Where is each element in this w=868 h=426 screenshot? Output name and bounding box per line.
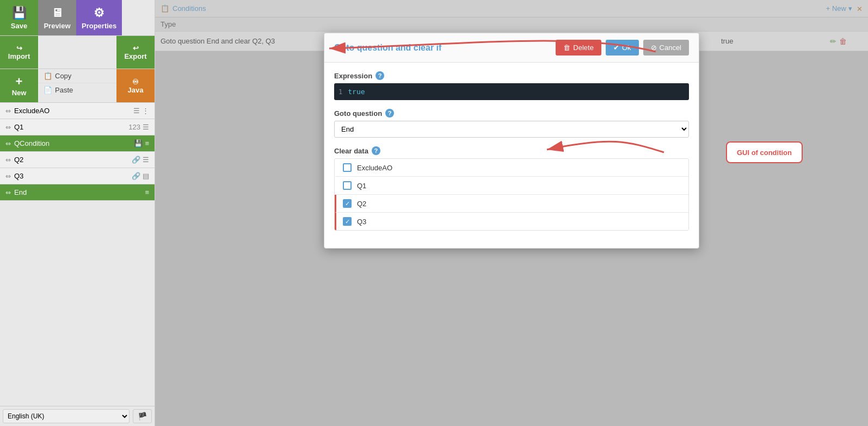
sidebar-item-label: ExcludeAO xyxy=(14,107,50,115)
clear-item-label-q1: Q1 xyxy=(357,182,366,190)
save-button[interactable]: 💾 Save xyxy=(0,0,38,35)
modal-actions: 🗑 Delete ✔ Ok ⊘ Cancel xyxy=(556,40,689,55)
circle-x-icon: ⊘ xyxy=(651,44,657,52)
list-icon: ☰ xyxy=(133,107,140,115)
clear-item-label-q3: Q3 xyxy=(357,218,366,226)
toolbar-row2: ↪ Import ↩ Export xyxy=(0,36,155,69)
gear-icon: ⚙ xyxy=(94,6,104,20)
expression-help-icon[interactable]: ? xyxy=(375,71,384,80)
clear-item-q3[interactable]: Q3 xyxy=(335,213,688,230)
modal-dialog: Goto question and clear if 🗑 Delete ✔ Ok… xyxy=(324,33,699,249)
code-editor[interactable]: 1 true xyxy=(334,83,689,100)
flag-button[interactable]: 🏴 xyxy=(133,409,152,423)
code-content: true xyxy=(348,88,365,96)
item-icons: 123 ☰ xyxy=(128,123,149,131)
sidebar-item-q1[interactable]: ⇔ Q1 123 ☰ xyxy=(0,119,155,135)
link-icon: 🔗 xyxy=(132,172,140,180)
modal-header: Goto question and clear if 🗑 Delete ✔ Ok… xyxy=(324,33,699,63)
preview-icon: 🖥 xyxy=(51,6,63,20)
clear-item-q1[interactable]: Q1 xyxy=(335,177,688,195)
ok-button[interactable]: ✔ Ok xyxy=(606,40,639,55)
export-button[interactable]: ↩ Export xyxy=(116,36,155,69)
text-end-icon: ≡ xyxy=(145,188,149,196)
modal-title: Goto question and clear if xyxy=(334,43,441,53)
check-icon: ✔ xyxy=(613,44,619,52)
checkbox-q2[interactable] xyxy=(343,199,352,208)
java-icon: ♾ xyxy=(132,78,139,86)
item-icons: 🔗 ▤ xyxy=(132,172,149,180)
link-icon: 🔗 xyxy=(132,156,140,164)
toolbar-row3: + New 📋 Copy 📄 Paste ♾ Java xyxy=(0,69,155,103)
checkbox-q1[interactable] xyxy=(343,181,352,190)
sidebar-item-label: Q3 xyxy=(14,172,23,180)
preview-button[interactable]: 🖥 Preview xyxy=(38,0,76,35)
item-icons: ≡ xyxy=(145,188,149,196)
checkbox-q3[interactable] xyxy=(343,217,352,226)
expression-label: Expression ? xyxy=(334,71,689,80)
sidebar-item-label: Q2 xyxy=(14,156,23,164)
save-icon: 💾 xyxy=(12,6,27,20)
save-small-icon: 💾 xyxy=(134,139,143,147)
sidebar-item-end[interactable]: ⇔ End ≡ xyxy=(0,184,155,201)
clear-help-icon[interactable]: ? xyxy=(372,146,380,155)
paste-button[interactable]: 📄 Paste xyxy=(38,83,116,97)
sidebar-item-list: ⇔ ExcludeAO ☰ ⋮ ⇔ Q1 123 ☰ ⇔ QCondition xyxy=(0,103,155,406)
toolbar-row1: 💾 Save 🖥 Preview ⚙ Properties xyxy=(0,0,155,36)
sidebar-item-label: Q1 xyxy=(14,123,23,131)
split-icon: ⋮ xyxy=(142,107,149,115)
modal-overlay: Goto question and clear if 🗑 Delete ✔ Ok… xyxy=(155,0,868,426)
sidebar: 💾 Save 🖥 Preview ⚙ Properties ↪ Import ↩… xyxy=(0,0,155,426)
clear-list: ExcludeAO Q1 Q2 Q3 xyxy=(334,158,689,231)
clear-label: Clear data ? xyxy=(334,146,689,155)
line-number: 1 xyxy=(338,88,342,96)
main-content: 📋 Conditions + New ▾ ✕ Type Goto questio… xyxy=(155,0,868,426)
java-button[interactable]: ♾ Java xyxy=(116,69,155,102)
number-icon: 123 xyxy=(128,123,140,131)
new-button[interactable]: + New xyxy=(0,69,38,102)
move-icon: ⇔ xyxy=(5,107,11,115)
item-icons: 🔗 ☰ xyxy=(132,156,149,164)
goto-group: Goto question ? End xyxy=(334,109,689,138)
properties-button[interactable]: ⚙ Properties xyxy=(76,0,122,35)
annotation-bubble: GUI of condition xyxy=(726,141,803,163)
clear-item-q2[interactable]: Q2 xyxy=(335,195,688,213)
clear-item-label-excludeao: ExcludeAO xyxy=(357,164,392,172)
list-icon: ☰ xyxy=(143,156,149,164)
move-icon: ⇔ xyxy=(5,156,11,164)
checkbox-excludeao[interactable] xyxy=(343,163,352,172)
list-icon: ☰ xyxy=(143,123,149,131)
text2-icon: ▤ xyxy=(143,172,149,180)
goto-help-icon[interactable]: ? xyxy=(385,109,394,118)
expression-group: Expression ? 1 true xyxy=(334,71,689,100)
text-icon: ≡ xyxy=(145,139,149,147)
plus-icon: + xyxy=(16,75,23,89)
import-button[interactable]: ↪ Import xyxy=(0,36,38,69)
move-icon: ⇔ xyxy=(5,189,11,196)
copy-button[interactable]: 📋 Copy xyxy=(38,69,116,83)
move-icon: ⇔ xyxy=(5,124,11,131)
sidebar-item-q3[interactable]: ⇔ Q3 🔗 ▤ xyxy=(0,168,155,184)
move-icon: ⇔ xyxy=(5,172,11,180)
copy-paste-group: 📋 Copy 📄 Paste xyxy=(38,69,116,102)
item-icons: ☰ ⋮ xyxy=(133,107,149,115)
trash-icon: 🗑 xyxy=(563,44,570,52)
delete-button[interactable]: 🗑 Delete xyxy=(556,40,601,55)
modal-body: Expression ? 1 true Goto question ? xyxy=(324,63,699,248)
move-icon: ⇔ xyxy=(5,140,11,147)
goto-select[interactable]: End xyxy=(334,121,689,138)
sidebar-item-q2[interactable]: ⇔ Q2 🔗 ☰ xyxy=(0,152,155,168)
sidebar-item-label: End xyxy=(14,188,27,196)
sidebar-item-label: QCondition xyxy=(14,139,50,147)
cancel-button[interactable]: ⊘ Cancel xyxy=(643,40,689,55)
clear-item-label-q2: Q2 xyxy=(357,200,366,208)
sidebar-item-excludeao[interactable]: ⇔ ExcludeAO ☰ ⋮ xyxy=(0,103,155,119)
clear-item-excludeao[interactable]: ExcludeAO xyxy=(335,159,688,177)
clear-group: Clear data ? ExcludeAO Q1 xyxy=(334,146,689,231)
goto-label: Goto question ? xyxy=(334,109,689,118)
sidebar-item-qcondition[interactable]: ⇔ QCondition 💾 ≡ xyxy=(0,135,155,152)
copy-icon: 📋 xyxy=(44,72,52,80)
annotation-box: GUI of condition xyxy=(726,141,803,163)
item-icons: 💾 ≡ xyxy=(134,139,149,147)
language-row: English (UK) 🏴 xyxy=(0,406,155,426)
language-select[interactable]: English (UK) xyxy=(3,409,130,423)
